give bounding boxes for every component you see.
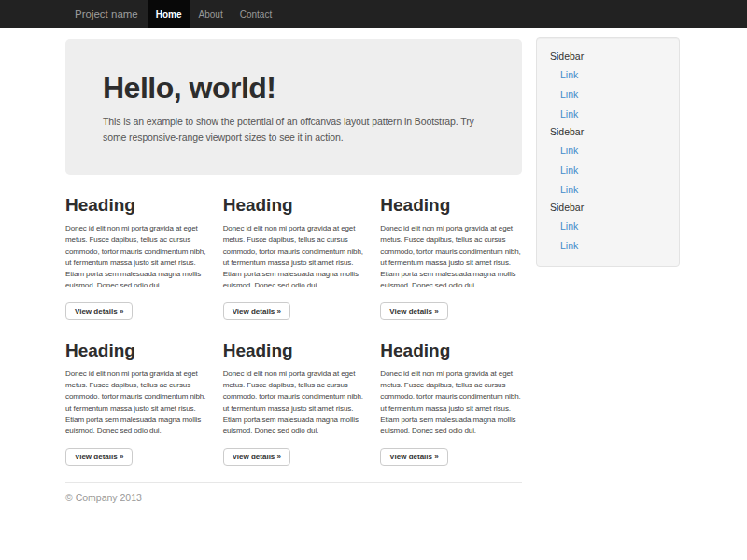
content-block: Heading Donec id elit non mi porta gravi…	[380, 195, 522, 320]
jumbotron-description: This is an example to show the potential…	[103, 114, 485, 145]
block-heading: Heading	[65, 341, 207, 361]
content-block: Heading Donec id elit non mi porta gravi…	[65, 195, 207, 320]
sidebar-well: Sidebar Link Link Link Sidebar Link Link…	[536, 37, 680, 267]
page-title: Hello, world!	[103, 71, 485, 105]
content-block: Heading Donec id elit non mi porta gravi…	[65, 341, 207, 466]
sidebar-link[interactable]: Link	[548, 179, 668, 199]
content-blocks-grid: Heading Donec id elit non mi porta gravi…	[65, 195, 522, 466]
nav-item-home: Home	[148, 0, 190, 28]
block-text: Donec id elit non mi porta gravida at eg…	[223, 369, 365, 438]
view-details-button[interactable]: View details »	[380, 302, 447, 320]
nav-item-about: About	[190, 0, 232, 28]
block-heading: Heading	[380, 195, 522, 216]
block-text: Donec id elit non mi porta gravida at eg…	[65, 223, 207, 292]
view-details-button[interactable]: View details »	[223, 448, 290, 466]
content-block: Heading Donec id elit non mi porta gravi…	[380, 341, 522, 466]
navbar-menu: Home About Contact	[148, 0, 280, 28]
navbar: Project name Home About Contact	[0, 0, 747, 28]
footer: © Company 2013	[65, 482, 522, 531]
block-text: Donec id elit non mi porta gravida at eg…	[380, 223, 522, 292]
sidebar-link[interactable]: Link	[548, 216, 668, 235]
sidebar-link[interactable]: Link	[548, 235, 668, 255]
sidebar-link[interactable]: Link	[548, 160, 668, 179]
sidebar-column: Sidebar Link Link Link Sidebar Link Link…	[536, 28, 680, 267]
main-column: Hello, world! This is an example to show…	[65, 28, 522, 531]
sidebar-link[interactable]: Link	[548, 84, 668, 104]
sidebar-group-2: Sidebar Link Link Link	[548, 123, 668, 199]
block-heading: Heading	[223, 195, 365, 216]
block-heading: Heading	[65, 195, 207, 216]
nav-link-contact[interactable]: Contact	[232, 0, 280, 28]
jumbotron: Hello, world! This is an example to show…	[65, 39, 522, 175]
block-text: Donec id elit non mi porta gravida at eg…	[65, 369, 207, 438]
sidebar-group-label: Sidebar	[548, 199, 668, 216]
view-details-button[interactable]: View details »	[380, 448, 447, 466]
page-container: Hello, world! This is an example to show…	[51, 28, 696, 531]
navbar-container: Project name Home About Contact	[51, 0, 696, 28]
navbar-brand[interactable]: Project name	[51, 0, 148, 28]
block-heading: Heading	[223, 341, 365, 361]
block-text: Donec id elit non mi porta gravida at eg…	[223, 223, 365, 292]
nav-item-contact: Contact	[232, 0, 280, 28]
nav-link-about[interactable]: About	[190, 0, 232, 28]
content-block: Heading Donec id elit non mi porta gravi…	[223, 195, 365, 320]
sidebar-group-label: Sidebar	[548, 123, 668, 140]
sidebar-group-label: Sidebar	[548, 48, 668, 64]
view-details-button[interactable]: View details »	[65, 302, 133, 320]
copyright-text: © Company 2013	[65, 492, 522, 503]
content-block: Heading Donec id elit non mi porta gravi…	[223, 341, 365, 466]
sidebar-group-1: Sidebar Link Link Link	[548, 48, 668, 123]
sidebar-link[interactable]: Link	[548, 140, 668, 160]
sidebar-link[interactable]: Link	[548, 64, 668, 84]
block-heading: Heading	[380, 341, 522, 361]
block-text: Donec id elit non mi porta gravida at eg…	[380, 369, 522, 438]
offcanvas-row: Hello, world! This is an example to show…	[65, 28, 682, 531]
sidebar-link[interactable]: Link	[548, 104, 668, 123]
view-details-button[interactable]: View details »	[65, 448, 133, 466]
view-details-button[interactable]: View details »	[223, 302, 290, 320]
sidebar-group-3: Sidebar Link Link	[548, 199, 668, 255]
nav-link-home[interactable]: Home	[148, 0, 190, 28]
